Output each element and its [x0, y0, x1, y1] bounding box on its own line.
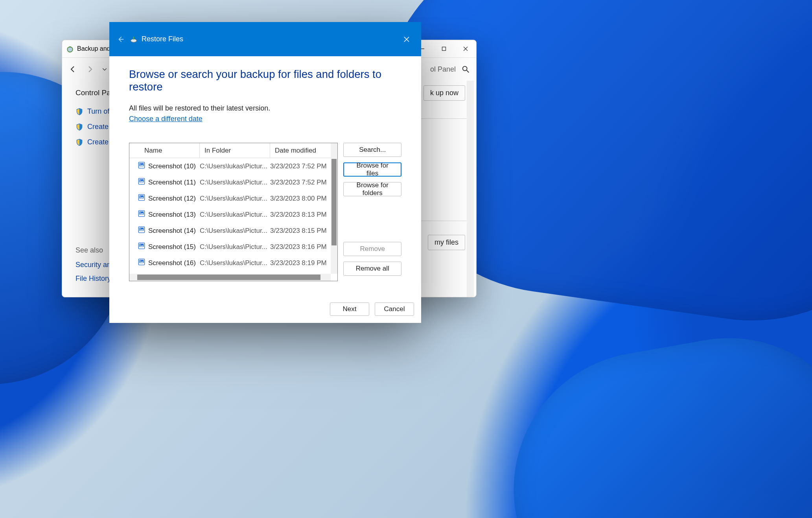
- picture-file-icon: [138, 258, 145, 267]
- file-modified: 3/23/2023 8:13 PM: [270, 211, 331, 219]
- picture-file-icon: [138, 194, 145, 203]
- close-icon: [403, 36, 410, 42]
- table-row[interactable]: Screenshot (13)C:\Users\lukas\Pictur...3…: [129, 206, 331, 223]
- dialog-footer: Next Cancel: [109, 295, 421, 323]
- dialog-close-button[interactable]: [396, 31, 417, 47]
- picture-file-icon: [138, 178, 145, 187]
- picture-file-icon: [138, 162, 145, 171]
- svg-point-5: [463, 66, 467, 71]
- file-folder: C:\Users\lukas\Pictur...: [200, 211, 270, 219]
- column-header-folder[interactable]: In Folder: [200, 143, 270, 158]
- svg-point-16: [140, 180, 141, 181]
- table-row[interactable]: Screenshot (16)C:\Users\lukas\Pictur...3…: [129, 255, 331, 271]
- choose-different-date-link[interactable]: Choose a different date: [129, 115, 203, 123]
- file-name: Screenshot (13): [148, 211, 196, 219]
- file-name: Screenshot (14): [148, 227, 196, 235]
- restore-files-title-text: Restore Files: [142, 35, 183, 43]
- restore-files-titlebar[interactable]: Restore Files: [109, 22, 421, 56]
- svg-line-6: [467, 70, 469, 73]
- picture-file-icon: [138, 210, 145, 219]
- search-button[interactable]: Search...: [343, 143, 401, 157]
- remove-all-button[interactable]: Remove all: [343, 262, 401, 276]
- table-row[interactable]: Screenshot (15)C:\Users\lukas\Pictur...3…: [129, 239, 331, 255]
- shield-icon: [75, 123, 83, 131]
- remove-button[interactable]: Remove: [343, 242, 401, 256]
- file-folder: C:\Users\lukas\Pictur...: [200, 227, 270, 235]
- close-button[interactable]: [455, 40, 476, 58]
- search-placeholder-text: ol Panel: [430, 65, 456, 74]
- svg-point-0: [67, 47, 72, 52]
- maximize-button[interactable]: [433, 40, 455, 58]
- file-name: Screenshot (15): [148, 243, 196, 251]
- file-folder: C:\Users\lukas\Pictur...: [200, 179, 270, 186]
- wizard-back-button[interactable]: [114, 33, 127, 46]
- shield-icon: [75, 108, 83, 116]
- file-folder: C:\Users\lukas\Pictur...: [200, 259, 270, 267]
- file-modified: 3/23/2023 7:52 PM: [270, 162, 331, 170]
- list-horizontal-scrollbar[interactable]: [129, 274, 331, 281]
- backup-now-button[interactable]: k up now: [423, 85, 465, 101]
- svg-point-25: [140, 228, 141, 229]
- list-header[interactable]: Name In Folder Date modified: [129, 143, 337, 158]
- restore-file-list[interactable]: Name In Folder Date modified Screenshot …: [129, 143, 338, 281]
- shield-icon: [75, 138, 83, 146]
- restore-my-files-button[interactable]: my files: [428, 235, 465, 250]
- file-name: Screenshot (16): [148, 259, 196, 267]
- arrow-left-icon: [116, 35, 125, 44]
- nav-back-icon[interactable]: [68, 65, 78, 74]
- backup-restore-icon: [66, 45, 74, 53]
- vertical-scrollbar[interactable]: [467, 81, 474, 297]
- svg-point-22: [140, 212, 141, 213]
- file-name: Screenshot (10): [148, 162, 196, 170]
- table-row[interactable]: Screenshot (10)C:\Users\lukas\Pictur...3…: [129, 158, 331, 174]
- dialog-heading: Browse or search your backup for files a…: [129, 68, 401, 93]
- column-header-name[interactable]: Name: [129, 143, 200, 158]
- list-vertical-scrollbar[interactable]: [331, 143, 337, 274]
- restore-files-icon: [130, 35, 138, 43]
- nav-forward-icon[interactable]: [85, 65, 94, 74]
- search-icon[interactable]: [461, 65, 470, 74]
- file-modified: 3/23/2023 8:16 PM: [270, 243, 331, 251]
- svg-point-28: [140, 244, 141, 245]
- table-row[interactable]: Screenshot (12)C:\Users\lukas\Pictur...3…: [129, 190, 331, 206]
- svg-point-19: [140, 196, 141, 197]
- picture-file-icon: [138, 242, 145, 251]
- next-button[interactable]: Next: [330, 302, 369, 316]
- file-modified: 3/23/2023 8:19 PM: [270, 259, 331, 267]
- file-folder: C:\Users\lukas\Pictur...: [200, 195, 270, 203]
- file-name: Screenshot (12): [148, 195, 196, 203]
- file-modified: 3/23/2023 8:00 PM: [270, 195, 331, 203]
- svg-point-13: [140, 164, 141, 164]
- file-folder: C:\Users\lukas\Pictur...: [200, 243, 270, 251]
- file-name: Screenshot (11): [148, 179, 196, 186]
- browse-for-files-button[interactable]: Browse for files: [343, 162, 401, 177]
- table-row[interactable]: Screenshot (11)C:\Users\lukas\Pictur...3…: [129, 174, 331, 190]
- svg-rect-2: [442, 47, 446, 51]
- restore-files-dialog: Restore Files Browse or search your back…: [109, 22, 421, 323]
- browse-for-folders-button[interactable]: Browse for folders: [343, 182, 401, 196]
- file-modified: 3/23/2023 8:15 PM: [270, 227, 331, 235]
- file-folder: C:\Users\lukas\Pictur...: [200, 162, 270, 170]
- nav-recent-icon[interactable]: [101, 65, 108, 74]
- cancel-button[interactable]: Cancel: [375, 302, 414, 316]
- dialog-description: All files will be restored to their late…: [129, 104, 401, 112]
- column-header-modified[interactable]: Date modified: [270, 143, 337, 158]
- file-modified: 3/23/2023 7:52 PM: [270, 179, 331, 186]
- svg-point-31: [140, 260, 141, 261]
- table-row[interactable]: Screenshot (14)C:\Users\lukas\Pictur...3…: [129, 223, 331, 239]
- picture-file-icon: [138, 226, 145, 235]
